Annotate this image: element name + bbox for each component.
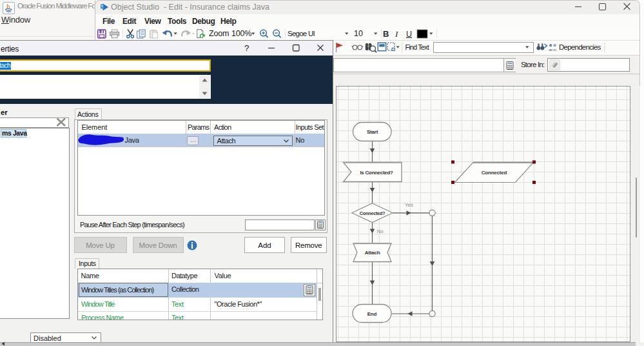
svg-text:Find Text: Find Text: [405, 43, 429, 51]
svg-text:Segoe UI: Segoe UI: [288, 30, 315, 37]
svg-text:B: B: [383, 29, 389, 39]
svg-text:Attach: Attach: [365, 250, 380, 256]
svg-text:U: U: [406, 30, 412, 39]
svg-text:Connected?: Connected?: [360, 210, 385, 216]
svg-text:10: 10: [354, 29, 363, 38]
svg-text:End: End: [367, 311, 377, 317]
svg-text:No: No: [377, 229, 384, 234]
svg-text:Is Connected?: Is Connected?: [360, 170, 393, 176]
svg-text:Yes: Yes: [405, 202, 413, 208]
svg-text:Zoom: Zoom: [209, 29, 229, 38]
svg-text:100%: 100%: [231, 29, 251, 38]
svg-text:Dependencies: Dependencies: [559, 43, 601, 51]
svg-text:Connected: Connected: [482, 170, 507, 176]
svg-text:Start: Start: [367, 129, 378, 135]
svg-text:I: I: [395, 29, 398, 39]
